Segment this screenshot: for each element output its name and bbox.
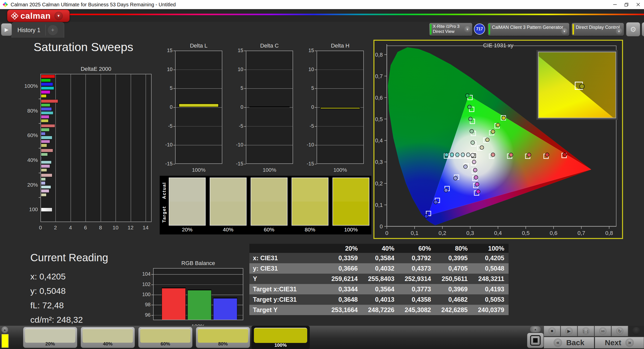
- pattern-window-icon: [530, 335, 541, 346]
- delta-y-tick: [244, 88, 246, 89]
- reading-x-value: 0,4205: [39, 272, 66, 281]
- deltae-bar: [41, 90, 50, 94]
- deltae-bar: [41, 115, 49, 119]
- cie-y-tick-label: 0,3: [375, 159, 383, 165]
- meter-count-badge: 717: [474, 24, 485, 35]
- delta-y-tick: [244, 126, 246, 127]
- deltae-group-label: 60%: [19, 132, 38, 138]
- deltae-bar: [41, 208, 52, 212]
- deltae-bar: [41, 157, 42, 160]
- stop-button[interactable]: ■: [544, 326, 560, 336]
- play-button[interactable]: ▶: [561, 326, 577, 336]
- pattern-button-20%[interactable]: 20%: [23, 327, 77, 348]
- pattern-button-40%[interactable]: 40%: [81, 327, 135, 348]
- cie-measured-point: [461, 153, 465, 157]
- repeat-button[interactable]: ↻: [611, 326, 628, 336]
- row-value: 240,0379: [472, 305, 508, 315]
- cie-measured-point: [491, 153, 495, 157]
- delta-gridline: [317, 126, 363, 127]
- swatch-chip: [292, 178, 328, 226]
- meter-dropdown[interactable]: X-Rite i1Pro 3 Direct View ▼: [429, 23, 472, 36]
- delta-gridline: [317, 70, 363, 70]
- pattern-window-expand-button[interactable]: ▲: [530, 326, 541, 332]
- delta-gridline: [246, 126, 293, 127]
- deltae-bar: [41, 193, 46, 197]
- calman-logo-text: calman: [20, 11, 51, 21]
- display-control-dropdown[interactable]: Direct Display Control ▼: [571, 23, 624, 36]
- step-range-button[interactable]: [··]: [578, 326, 594, 336]
- actual-row-label: Actual: [162, 181, 167, 201]
- layout-nav-button[interactable]: ▶: [1, 23, 12, 36]
- cie-y-tick-label: 0,6: [375, 95, 383, 101]
- deltae-bar: [41, 124, 55, 128]
- deltae-gridline: [146, 74, 146, 222]
- deltae-gridline: [85, 74, 86, 222]
- pattern-bar: ▲ 20%40%60%80%100% ▲ ■ ▶ [··] ∞ ↻ « Back…: [0, 326, 644, 349]
- table-header-row: 20%40%60%80%100%: [249, 244, 509, 253]
- minimize-icon[interactable]: [609, 0, 621, 9]
- next-button[interactable]: Next »: [595, 337, 644, 348]
- cie-x-tick-label: 0,6: [550, 230, 558, 236]
- calman-menu-chevron-icon: ▼: [54, 12, 63, 20]
- delta-y-tick: [244, 107, 246, 108]
- table-header-80%: 80%: [435, 244, 472, 253]
- deltae-bar: [41, 173, 52, 177]
- row-value: 0,4193: [472, 284, 508, 294]
- cie-measured-point: [456, 153, 459, 157]
- pattern-button-60%[interactable]: 60%: [138, 327, 193, 348]
- cie-x-tick-label: 0: [385, 230, 388, 236]
- restore-icon[interactable]: [621, 0, 632, 9]
- source-dropdown[interactable]: CalMAN Client 3 Pattern Generator ▼: [488, 23, 569, 36]
- pattern-button-80%[interactable]: 80%: [196, 327, 250, 348]
- row-value: 0,3359: [325, 253, 362, 263]
- delta-h-title: Delta H: [306, 42, 374, 49]
- deltae-x-tick-label: 12: [126, 225, 136, 231]
- settings-button[interactable]: ⚙: [626, 22, 640, 36]
- back-label: Back: [566, 338, 584, 347]
- collapse-panel-button[interactable]: ◀: [642, 22, 644, 36]
- delta-bar: [320, 107, 360, 109]
- swatch-column: 60%: [251, 177, 288, 234]
- target-row-label: Target: [162, 204, 167, 225]
- deltae-bar: [41, 107, 52, 111]
- delta-y-tick-label: 5: [231, 85, 243, 91]
- row-label: Y: [249, 274, 325, 284]
- calman-menu-button[interactable]: calman ▼: [7, 10, 70, 22]
- deltae-bar: [41, 161, 52, 164]
- dark-circle-icon: [632, 327, 640, 335]
- deltae-x-tick-label: 10: [110, 225, 121, 231]
- deltae-bar: [41, 132, 45, 136]
- row-value: 259,6214: [325, 274, 362, 284]
- swatch-column: 40%: [210, 177, 247, 234]
- loop-continuous-button[interactable]: ∞: [594, 326, 611, 336]
- row-value: 253,1664: [325, 305, 362, 315]
- cie-measured-point: [466, 153, 470, 157]
- deltae-gridline: [131, 74, 131, 222]
- pattern-window-button[interactable]: [527, 333, 544, 348]
- pattern-button-100%[interactable]: [254, 328, 307, 343]
- deltae-x-tick-label: 2: [50, 225, 60, 231]
- delta-y-tick-label: 5: [160, 85, 173, 91]
- swatch-chip: [332, 178, 369, 226]
- deltae-bar: [41, 99, 58, 103]
- back-button[interactable]: « Back: [544, 337, 594, 348]
- chevrons-right-icon: »: [625, 338, 634, 347]
- cie-y-tick-label: 0,2: [375, 180, 383, 187]
- chevron-down-icon: ▼: [561, 28, 568, 35]
- cie-whitepoint-measured: [471, 153, 474, 157]
- close-icon[interactable]: [632, 0, 644, 9]
- add-tab-button[interactable]: +: [48, 25, 58, 35]
- delta-gridline: [246, 70, 293, 70]
- deltae-group-label: 80%: [19, 108, 38, 114]
- tab-history-1[interactable]: History 1 +: [12, 22, 64, 38]
- table-header-20%: 20%: [325, 244, 362, 253]
- cie-measured-point: [473, 168, 477, 172]
- pattern-bar-expand-button[interactable]: ▲: [2, 326, 8, 333]
- deltae-y-tick: [39, 173, 40, 173]
- deltae-bar: [41, 168, 47, 172]
- deltae-plot-area: [40, 74, 152, 222]
- delta-y-tick: [315, 70, 317, 70]
- rgb-y-tick: [151, 295, 153, 295]
- infinity-icon: ∞: [601, 328, 605, 334]
- cie-measured-point: [434, 200, 438, 204]
